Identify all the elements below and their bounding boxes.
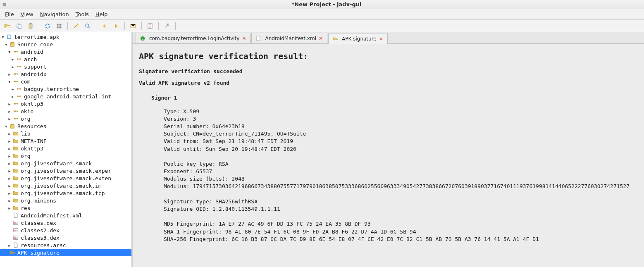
tree-pkg-okhttp3[interactable]: ▸okhttp3 bbox=[0, 100, 131, 107]
paste-button[interactable] bbox=[26, 21, 36, 31]
tree-folder-org[interactable]: ▸org bbox=[0, 152, 131, 160]
tab-label: APK signature bbox=[342, 36, 377, 42]
toolbar bbox=[0, 20, 644, 32]
window-icon: ≡ bbox=[0, 1, 9, 7]
toolbar-separator bbox=[96, 22, 96, 30]
toolbar-separator bbox=[141, 22, 142, 30]
preferences-button[interactable] bbox=[162, 21, 172, 31]
tree-file-classes[interactable]: classes.dex bbox=[0, 219, 131, 226]
tab-label: com.badguy.terrortime.LoginActivity bbox=[149, 36, 239, 41]
tree-pkg-badguy[interactable]: ▸badguy.terrortime bbox=[0, 85, 131, 93]
tree-folder-okhttp3[interactable]: ▸okhttp3 bbox=[0, 145, 131, 152]
tree-apk-signature[interactable]: APK signature bbox=[0, 249, 131, 256]
search-button[interactable] bbox=[83, 21, 93, 31]
tree-pkg-gmaterial[interactable]: ▸google.android.material.int bbox=[0, 93, 131, 100]
tree-file-classes3[interactable]: classes3.dex bbox=[0, 234, 131, 241]
window-title: *New Project - jadx-gui bbox=[292, 1, 362, 7]
key-icon bbox=[332, 36, 339, 42]
open-file-button[interactable] bbox=[2, 21, 12, 31]
titlebar: ≡ *New Project - jadx-gui bbox=[0, 0, 644, 9]
page-heading: APK signature verification result: bbox=[139, 50, 638, 62]
copy-button[interactable] bbox=[14, 21, 24, 31]
nav-back-button[interactable] bbox=[100, 21, 110, 31]
flatten-button[interactable] bbox=[54, 21, 64, 31]
close-tab-icon[interactable]: ✕ bbox=[379, 36, 383, 42]
content-pane[interactable]: APK signature verification result: Signa… bbox=[133, 44, 644, 267]
menu-view[interactable]: View bbox=[17, 10, 37, 18]
tree-file-classes2[interactable]: classes2.dex bbox=[0, 226, 131, 234]
tree-pkg-com[interactable]: ▾com bbox=[0, 78, 131, 85]
tree-folder-res[interactable]: ▸res bbox=[0, 204, 131, 212]
tree-folder-lib[interactable]: ▸lib bbox=[0, 130, 131, 137]
tree-folder-smack-exten[interactable]: ▸org.jivesoftware.smack.exten bbox=[0, 174, 131, 182]
tree-file-manifest[interactable]: AndroidManifest.xml bbox=[0, 212, 131, 219]
log-button[interactable] bbox=[145, 21, 155, 31]
tree-folder-smack-im[interactable]: ▸org.jivesoftware.smack.im bbox=[0, 182, 131, 189]
tree-resources[interactable]: ▾Resources bbox=[0, 122, 131, 130]
editor-tabs: com.badguy.terrortime.LoginActivity ✕ An… bbox=[133, 32, 644, 44]
signature-details: Type: X.509 Version: 3 Serial number: 0x… bbox=[164, 108, 638, 243]
tab-manifest[interactable]: AndroidManifest.xml ✕ bbox=[251, 33, 327, 43]
tree-pkg-support[interactable]: ▸support bbox=[0, 63, 131, 70]
toolbar-separator bbox=[124, 22, 125, 30]
toolbar-separator bbox=[158, 22, 159, 30]
report-button[interactable] bbox=[128, 21, 138, 31]
editor-area: com.badguy.terrortime.LoginActivity ✕ An… bbox=[133, 32, 644, 267]
toolbar-separator bbox=[39, 22, 39, 30]
file-icon bbox=[255, 36, 262, 41]
verification-status: Signature verification succeeded bbox=[139, 68, 638, 75]
signer-label: Signer 1 bbox=[151, 94, 638, 102]
tree-folder-smack[interactable]: ▸org.jivesoftware.smack bbox=[0, 160, 131, 167]
menu-tools[interactable]: Tools bbox=[72, 10, 92, 18]
menu-file[interactable]: File bbox=[2, 10, 17, 18]
menubar: File View Navigation Tools Help bbox=[0, 9, 644, 20]
tab-apk-signature[interactable]: APK signature ✕ bbox=[328, 33, 388, 44]
tree-file-resources-arsc[interactable]: ▸resources.arsc bbox=[0, 241, 131, 249]
deobfuscate-button[interactable] bbox=[71, 21, 81, 31]
tree-folder-metainf[interactable]: ▸META-INF bbox=[0, 137, 131, 145]
tree-root[interactable]: ▾terrortime.apk bbox=[0, 33, 131, 41]
tree-pkg-android[interactable]: ▾android bbox=[0, 48, 131, 55]
tree-folder-smack-exper[interactable]: ▸org.jivesoftware.smack.exper bbox=[0, 167, 131, 174]
tree-pkg-okio[interactable]: ▸okio bbox=[0, 107, 131, 115]
sync-button[interactable] bbox=[43, 21, 52, 31]
signature-version: Valid APK signature v2 found bbox=[139, 79, 638, 87]
tree-folder-smack-tcp[interactable]: ▸org.jivesoftware.smack.tcp bbox=[0, 189, 131, 197]
tree-pkg-androidx[interactable]: ▸androidx bbox=[0, 70, 131, 78]
tree-pkg-arch[interactable]: ▸arch bbox=[0, 55, 131, 63]
tree-folder-minidns[interactable]: ▸org.minidns bbox=[0, 197, 131, 204]
project-tree[interactable]: ▾terrortime.apk ▾Source code ▾android ▸a… bbox=[0, 32, 133, 267]
nav-forward-button[interactable] bbox=[111, 21, 121, 31]
menu-navigation[interactable]: Navigation bbox=[37, 10, 72, 18]
toolbar-separator bbox=[175, 22, 176, 30]
toolbar-separator bbox=[67, 22, 68, 30]
tree-source-code[interactable]: ▾Source code bbox=[0, 41, 131, 48]
tab-label: AndroidManifest.xml bbox=[265, 36, 316, 41]
close-tab-icon[interactable]: ✕ bbox=[319, 36, 323, 41]
close-tab-icon[interactable]: ✕ bbox=[242, 36, 246, 41]
menu-help[interactable]: Help bbox=[92, 10, 111, 18]
class-icon bbox=[139, 36, 146, 41]
tree-pkg-org[interactable]: ▸org bbox=[0, 115, 131, 122]
tab-login-activity[interactable]: com.badguy.terrortime.LoginActivity ✕ bbox=[136, 33, 250, 43]
